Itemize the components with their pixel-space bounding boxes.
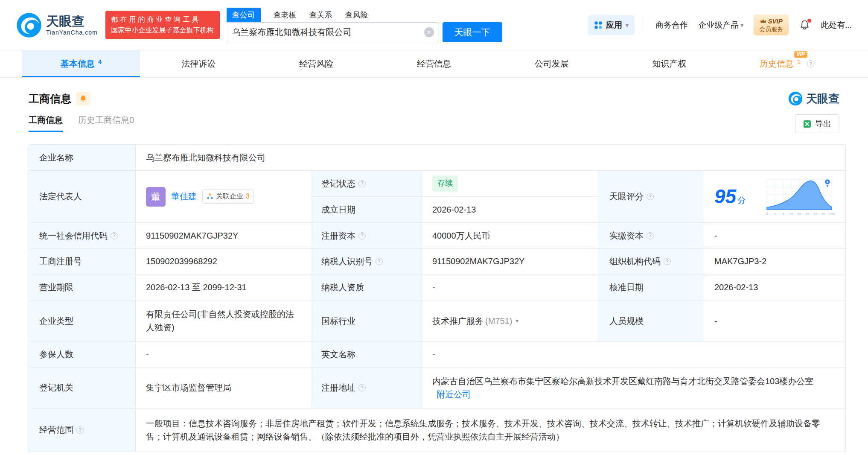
svg-text:100: 100 [829,212,835,216]
tab-basic-info[interactable]: 基本信息 4 [22,50,140,77]
field-label-insured: 参保人数 [29,342,136,367]
field-label-reg-status: 登记状态 [311,171,422,196]
subtab-current-info[interactable]: 工商信息 [29,114,63,132]
svg-text:3: 3 [782,212,784,216]
business-info-table: 企业名称 乌兰察布雁北知微科技有限公司 法定代表人 董 董佳建 关联企业 3 [29,144,846,452]
legal-rep-name-link[interactable]: 董佳建 [171,190,197,203]
score-value: 95 [714,185,736,207]
field-value-org-code: MAK7GJP3-2 [704,249,845,274]
divider [645,20,645,30]
subtab-history-info[interactable]: 历史工商信息0 [78,114,134,132]
business-info-subtabs: 工商信息 历史工商信息0 导出 [29,114,839,135]
field-value-reg-number: 150902039968292 [136,249,311,274]
field-value-insured: - [136,342,311,367]
watermark-text: 天眼查 [806,91,839,106]
field-value-establish-date: 2026-02-13 [422,197,599,222]
search-tabs: 查公司 查老板 查关系 查风险 [226,8,502,22]
search-tab-company[interactable]: 查公司 [227,8,261,22]
help-icon[interactable] [664,258,671,265]
status-badge: 存续 [432,175,458,192]
chevron-down-icon [740,22,743,29]
search-tab-relation[interactable]: 查关系 [309,10,332,22]
legal-rep-avatar[interactable]: 董 [146,187,166,207]
field-value-reg-authority: 集宁区市场监督管理局 [136,368,311,408]
field-label-business-scope: 经营范围 [29,408,136,452]
tab-company-development[interactable]: 公司发展 [493,50,611,77]
field-label-legal-rep: 法定代表人 [29,171,136,222]
apps-grid-icon [594,21,603,29]
search-button[interactable]: 天眼一下 [443,22,502,42]
field-value-company-type: 有限责任公司(非自然人投资或控股的法人独资) [136,300,311,341]
field-label-credit-code: 统一社会信用代码 [29,223,136,248]
field-label-paid-capital: 实缴资本 [599,223,704,248]
table-row: 经营范围 一般项目：信息技术咨询服务；非居住房地产租赁；软件开发；信息系统集成服… [29,408,845,452]
svip-label: SVIP [768,17,783,26]
chevron-down-icon[interactable] [516,316,518,326]
section-title: 工商信息 [29,92,71,106]
apps-label: 应用 [606,20,622,31]
help-icon[interactable] [358,384,366,391]
tab-operating-risk[interactable]: 经营风险 [257,50,375,77]
search-tab-risk[interactable]: 查风险 [345,10,368,22]
field-value-business-scope: 一般项目：信息技术咨询服务；非居住房地产租赁；软件开发；信息系统集成服务；技术服… [136,408,845,452]
help-icon[interactable] [358,232,366,239]
help-icon[interactable] [358,180,366,187]
tab-intellectual-property[interactable]: 知识产权 [611,50,728,77]
monitor-bell-button[interactable] [76,92,90,105]
score-pin-icon [825,179,830,187]
help-icon[interactable] [647,232,654,239]
crown-icon [760,19,766,23]
table-row: 营业期限 2026-02-13 至 2099-12-31 纳税人资质 - 核准日… [29,274,845,300]
table-row: 法定代表人 董 董佳建 关联企业 3 登记状态 存续 [29,171,845,223]
score-unit: 分 [737,196,746,205]
export-button[interactable]: 导出 [795,114,839,133]
field-value-reg-address: 内蒙古自治区乌兰察布市集宁区察哈尔高新技术开发区藏红南路与育才北街交叉路管委会1… [422,368,845,408]
business-cooperation-link[interactable]: 商务合作 [655,20,688,31]
search-tab-boss[interactable]: 查老板 [274,10,297,22]
section-header: 工商信息 天眼查 [29,90,839,108]
field-value-approval-date: 2026-02-13 [704,274,845,300]
related-companies-tag[interactable]: 关联企业 3 [202,190,254,204]
svg-text:85: 85 [806,212,810,216]
tab-legal-proceedings[interactable]: 法律诉讼 [140,50,258,77]
svip-membership-badge[interactable]: SVIP 会员服务 [754,15,789,36]
table-row: 登记机关 集宁区市场监督管理局 注册地址 内蒙古自治区乌兰察布市集宁区察哈尔高新… [29,368,845,408]
svg-text:1: 1 [774,212,776,216]
field-value-english-name: - [422,342,845,367]
notifications-button[interactable] [799,19,810,31]
field-label-approval-date: 核准日期 [599,274,704,300]
table-row: 参保人数 - 英文名称 - [29,342,845,368]
help-icon[interactable] [376,258,383,265]
field-label-org-code: 组织机构代码 [599,249,704,274]
company-nav: 基本信息 4 法律诉讼 经营风险 经营信息 公司发展 知识产权 历史信息 VIP… [0,50,868,78]
tianyancha-logo[interactable]: 天眼查 TianYanCha.com [16,12,98,38]
nearby-companies-link[interactable]: 附近公司 [437,390,471,399]
apps-menu-button[interactable]: 应用 [588,15,635,35]
chevron-down-icon [626,22,629,29]
enterprise-products-link[interactable]: 企业级产品 [698,20,743,31]
field-value-reg-capital: 40000万人民币 [422,223,599,248]
tianyancha-logo-icon [16,12,42,38]
help-icon[interactable] [111,232,118,239]
field-label-reg-number: 工商注册号 [29,249,136,274]
brand-name: 天眼查 [46,14,98,29]
tab-operating-info[interactable]: 经营信息 [375,50,493,77]
field-label-business-term: 营业期限 [29,274,136,300]
svg-text:0: 0 [766,212,768,216]
user-menu[interactable]: 此处有... [821,20,852,31]
clear-search-icon[interactable]: × [424,27,434,37]
help-icon[interactable] [76,426,84,434]
field-label-company-name: 企业名称 [29,145,136,170]
tab-history-info[interactable]: 历史信息 VIP 1 [728,50,846,77]
tab-count: 4 [98,58,102,65]
help-icon[interactable] [807,60,814,67]
field-label-reg-address: 注册地址 [311,368,422,408]
field-label-company-type: 企业类型 [29,300,136,341]
field-value-credit-code: 91150902MAK7GJP32Y [136,223,311,248]
help-icon[interactable] [647,193,654,200]
search-area: 查公司 查老板 查关系 查风险 × 天眼一下 [226,8,502,42]
svg-text:50: 50 [798,212,801,216]
table-row: 工商注册号 150902039968292 纳税人识别号 91150902MAK… [29,249,845,274]
field-value-legal-rep: 董 董佳建 关联企业 3 [136,171,311,222]
search-input[interactable] [226,22,439,42]
